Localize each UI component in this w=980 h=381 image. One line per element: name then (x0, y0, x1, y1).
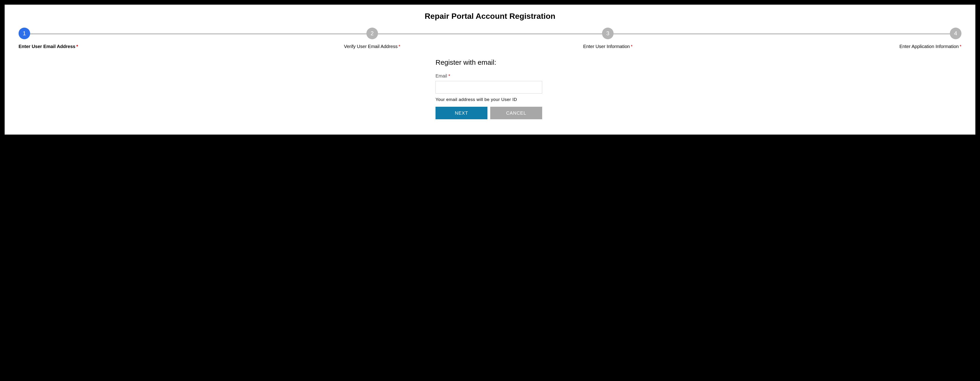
step-1-label: Enter User Email Address* (19, 44, 255, 49)
step-1: 1 Enter User Email Address* (19, 28, 255, 49)
email-label-text: Email (436, 73, 447, 78)
step-connector (24, 33, 372, 34)
step-4-circle: 4 (950, 28, 961, 39)
email-field[interactable] (436, 81, 542, 94)
step-2-label-text: Verify User Email Address (344, 44, 398, 49)
step-2-circle: 2 (366, 28, 378, 39)
step-4-label-text: Enter Application Information (899, 44, 959, 49)
step-3: 3 Enter User Information* (490, 28, 726, 49)
step-connector (608, 33, 956, 34)
step-1-label-text: Enter User Email Address (19, 44, 75, 49)
required-marker-icon: * (631, 44, 633, 49)
page-frame: Repair Portal Account Registration 1 Ent… (5, 5, 975, 135)
stepper: 1 Enter User Email Address* 2 Verify Use… (19, 28, 961, 49)
step-3-number: 3 (606, 30, 609, 37)
step-4: 4 Enter Application Information* (726, 28, 962, 49)
cancel-button[interactable]: CANCEL (490, 107, 542, 119)
form-area: Register with email: Email * Your email … (433, 59, 547, 119)
step-2-number: 2 (371, 30, 374, 37)
required-marker-icon: * (449, 73, 450, 78)
step-4-label: Enter Application Information* (726, 44, 962, 49)
step-2: 2 Verify User Email Address* (255, 28, 490, 49)
page-title: Repair Portal Account Registration (14, 11, 966, 21)
form-heading: Register with email: (436, 59, 547, 66)
email-label: Email * (436, 73, 547, 79)
email-hint: Your email address will be your User ID (436, 97, 547, 102)
step-3-label: Enter User Information* (490, 44, 726, 49)
step-1-number: 1 (23, 30, 26, 37)
required-marker-icon: * (76, 44, 78, 49)
step-3-circle: 3 (602, 28, 614, 39)
step-3-label-text: Enter User Information (583, 44, 630, 49)
required-marker-icon: * (959, 44, 961, 49)
step-connector (372, 33, 608, 34)
step-1-circle: 1 (19, 28, 30, 39)
step-4-number: 4 (954, 30, 957, 37)
step-2-label: Verify User Email Address* (255, 44, 490, 49)
required-marker-icon: * (398, 44, 400, 49)
next-button[interactable]: NEXT (436, 107, 487, 119)
button-row: NEXT CANCEL (436, 107, 547, 119)
